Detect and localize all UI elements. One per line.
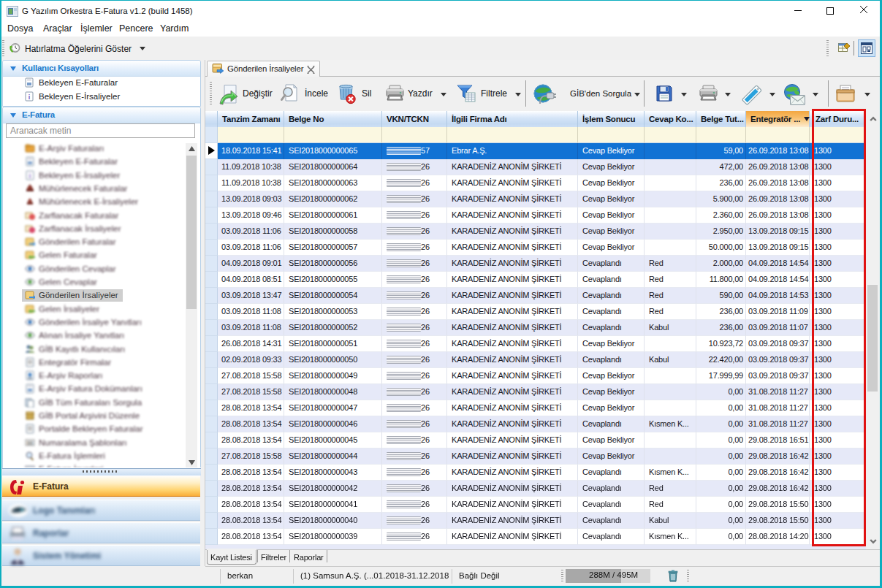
svg-text:88: 88 [27,440,33,446]
svg-text:i: i [28,93,31,101]
svg-text:i: i [29,172,31,180]
